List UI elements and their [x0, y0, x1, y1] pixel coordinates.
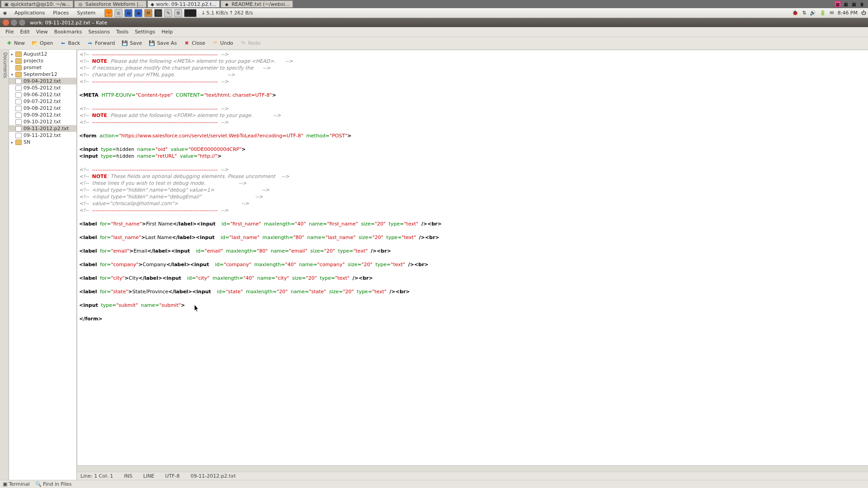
save-button[interactable]: 💾Save	[118, 39, 145, 48]
code-comment: Please add the following <META> element …	[110, 58, 275, 64]
menu-file[interactable]: File	[3, 28, 16, 36]
tree-file-label: 09-10-2012.txt	[23, 119, 61, 125]
tree-folder-september[interactable]: ▾September12	[9, 71, 76, 78]
forward-button-label: Forward	[95, 40, 115, 46]
taskbar-tab-readme[interactable]: ◆README.txt (~/websi...	[221, 0, 293, 8]
close-button[interactable]: ✖Close	[180, 39, 208, 48]
code-comment: <input type="hidden" name="debugEmail"	[92, 194, 202, 200]
file-icon	[15, 113, 22, 118]
terminal-toolview-button[interactable]: ▣Terminal	[3, 481, 30, 487]
documents-sidebar-tab[interactable]: Documents	[0, 50, 9, 480]
menu-edit[interactable]: Edit	[17, 28, 32, 36]
tool2-launcher-icon[interactable]: ⚙	[174, 9, 182, 17]
tree-folder-projects[interactable]: ▸projects	[9, 57, 76, 64]
tree-file-label: 09-08-2012.txt	[23, 105, 61, 111]
menu-tools[interactable]: Tools	[113, 28, 131, 36]
tree-file-current[interactable]: 09-11-2012.p2.txt	[9, 125, 76, 132]
places-menu[interactable]: Places	[51, 9, 71, 17]
terminal-launcher-icon[interactable]: ⬛	[154, 9, 162, 17]
code-val: "city"	[275, 275, 289, 281]
tree-file[interactable]: 09-04-2012.txt	[9, 78, 76, 84]
tree-file[interactable]: 09-09-2012.txt	[9, 112, 76, 118]
tree-folder-august[interactable]: ▸August12	[9, 51, 76, 57]
tree-file[interactable]: 09-06-2012.txt	[9, 91, 76, 98]
menu-help[interactable]: Help	[159, 28, 175, 36]
menu-view[interactable]: View	[33, 28, 51, 36]
documents-tree[interactable]: ▸August12 ▸projects promet ▾September12 …	[9, 50, 76, 480]
menu-sessions[interactable]: Sessions	[85, 28, 113, 36]
taskbar-tab-terminal[interactable]: ▣quickstart@qs10: ~/w...	[1, 0, 73, 8]
menu-settings[interactable]: Settings	[132, 28, 158, 36]
file-icon	[15, 133, 22, 138]
code-note: NOTE	[92, 174, 108, 179]
editor-scroll[interactable]: <!-- -----------------------------------…	[77, 50, 868, 465]
forward-button[interactable]: ➡Forward	[84, 39, 118, 48]
tree-file[interactable]: 09-10-2012.txt	[9, 118, 76, 125]
tool-launcher-icon[interactable]: ✎	[164, 9, 172, 17]
app-launcher-icon[interactable]: ▦	[124, 9, 132, 17]
tree-folder-promet[interactable]: promet	[9, 64, 76, 71]
folder-open-icon: 📂	[31, 40, 38, 47]
chrome-launcher-icon[interactable]: ◎	[114, 9, 123, 17]
tree-file[interactable]: 09-08-2012.txt	[9, 105, 76, 112]
battery-tray-icon[interactable]: 🔋	[820, 10, 826, 16]
status-mode[interactable]: LINE	[143, 473, 155, 479]
status-ins[interactable]: INS	[124, 473, 132, 479]
virtualbox-launcher-icon[interactable]: ▣	[134, 9, 142, 17]
chrome-icon: ◎	[77, 1, 84, 7]
collapse-icon[interactable]: ▸	[10, 140, 14, 145]
window-maximize-button[interactable]	[19, 19, 25, 26]
code-val: "20"	[343, 289, 354, 295]
net-up-value: 262 B/s	[234, 10, 253, 16]
upload-icon: ↑	[229, 10, 233, 16]
status-encoding[interactable]: UTF-8	[165, 473, 179, 479]
titlebar[interactable]: work: 09-11-2012.p2.txt – Kate	[0, 18, 868, 27]
clock[interactable]: 8:46 PM	[838, 10, 858, 16]
bottom-panel: ▣Terminal 🔍Find in Files	[0, 480, 868, 488]
menu-bookmarks[interactable]: Bookmarks	[52, 28, 85, 36]
taskbar-tab-kate[interactable]: ◆work: 09-11-2012.p2.t...	[147, 0, 220, 8]
bug-tray-icon[interactable]: 🐞	[792, 10, 798, 16]
phpmyadmin-launcher-icon[interactable]: M	[144, 9, 152, 17]
tree-file[interactable]: 09-07-2012.txt	[9, 98, 76, 105]
firefox-launcher-icon[interactable]: 🦊	[104, 9, 113, 17]
code-val: "state"	[309, 289, 326, 295]
find-in-files-toolview-button[interactable]: 🔍Find in Files	[35, 481, 72, 487]
expand-icon[interactable]: ▾	[10, 72, 14, 77]
power-icon[interactable]: ⏻	[861, 10, 866, 16]
download-icon: ↓	[201, 10, 205, 16]
monitor-launcher-icon[interactable]	[184, 9, 197, 17]
applications-menu[interactable]: Applications	[13, 9, 47, 17]
new-button[interactable]: ✚New	[3, 39, 28, 48]
distro-logo-icon[interactable]: ◉	[2, 10, 8, 16]
back-button[interactable]: ⬅Back	[57, 39, 83, 48]
workspace-pager-2[interactable]: ▦	[851, 1, 857, 7]
workspace-switcher[interactable]: ▦	[835, 1, 841, 7]
redo-button[interactable]: ↷Redo	[237, 39, 264, 48]
collapse-icon[interactable]: ▸	[10, 52, 14, 56]
code-val: "20"	[324, 248, 335, 254]
tree-folder-sn[interactable]: ▸SN	[9, 139, 76, 145]
open-button[interactable]: 📂Open	[28, 39, 56, 48]
collapse-icon[interactable]: ▸	[10, 59, 14, 63]
horizontal-scrollbar[interactable]	[77, 465, 868, 472]
code-val: "state"	[226, 289, 243, 295]
system-menu[interactable]: System	[75, 9, 97, 17]
arrow-left-icon: ⬅	[59, 40, 66, 47]
undo-button[interactable]: ↶Undo	[209, 39, 236, 48]
window-close-button[interactable]	[3, 19, 9, 26]
network-tray-icon[interactable]: ⇅	[802, 10, 806, 16]
taskbar-tab-browser[interactable]: ◎Salesforce Webform |...	[74, 0, 146, 8]
redo-icon: ↷	[240, 40, 247, 47]
editor-content[interactable]: <!-- -----------------------------------…	[77, 50, 868, 323]
window-minimize-button[interactable]	[11, 19, 17, 26]
code-comment: value="chriscalip@hotmail.com">	[92, 201, 178, 206]
trash-icon[interactable]: 🗑	[859, 1, 865, 7]
tree-file[interactable]: 09-05-2012.txt	[9, 84, 76, 91]
taskbar-tab-label: README.txt (~/websi...	[231, 1, 289, 7]
mail-tray-icon[interactable]: ✉	[830, 10, 834, 16]
saveas-button[interactable]: 💾Save As	[146, 39, 179, 48]
workspace-pager[interactable]: ▦	[843, 1, 849, 7]
tree-file[interactable]: 09-11-2012.txt	[9, 132, 76, 139]
volume-tray-icon[interactable]: 🔊	[810, 10, 816, 16]
